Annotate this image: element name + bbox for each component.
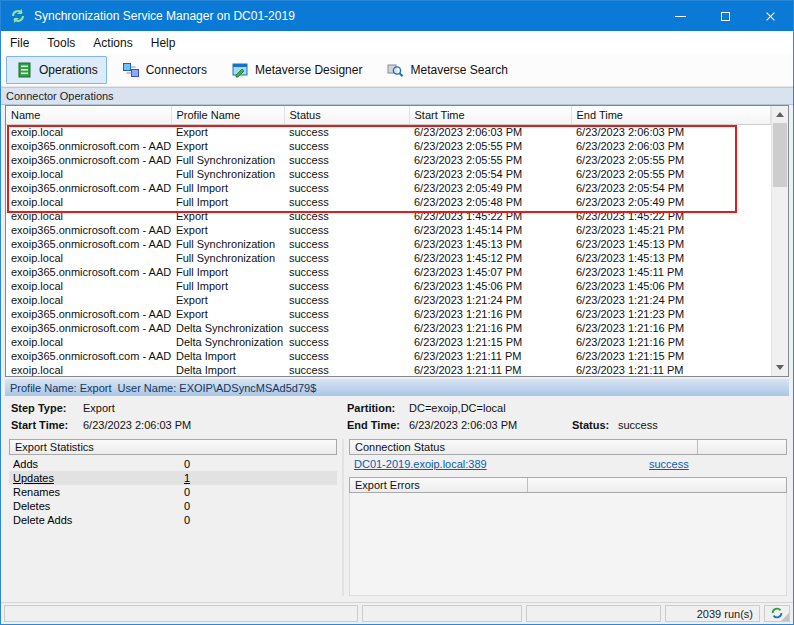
operation-cell: 6/23/2023 2:05:54 PM xyxy=(409,167,571,181)
column-header-start-time[interactable]: Start Time xyxy=(409,106,571,124)
operation-cell: success xyxy=(284,124,409,139)
scroll-up-icon xyxy=(776,112,784,117)
menu-item-tools[interactable]: Tools xyxy=(38,34,84,52)
scroll-track[interactable] xyxy=(772,187,788,359)
operation-cell: 6/23/2023 2:05:54 PM xyxy=(571,181,771,195)
menubar: File Tools Actions Help xyxy=(1,31,793,54)
connection-status-title: Connection Status xyxy=(350,440,698,454)
operation-row[interactable]: exoip365.onmicrosoft.com - AADFull Impor… xyxy=(6,265,771,279)
operation-row[interactable]: exoip365.onmicrosoft.com - AADFull Impor… xyxy=(6,181,771,195)
statusbar-panel-3 xyxy=(526,605,661,622)
maximize-button[interactable] xyxy=(703,1,748,31)
operation-cell: success xyxy=(284,223,409,237)
operations-rows: exoip.localExportsuccess6/23/2023 2:06:0… xyxy=(6,124,771,377)
window-title: Synchronization Service Manager on DC01-… xyxy=(34,9,658,23)
scroll-up-button[interactable] xyxy=(772,106,788,123)
operation-cell: 6/23/2023 1:45:06 PM xyxy=(571,279,771,293)
operation-cell: Full Synchronization xyxy=(171,153,284,167)
column-header-profile-name[interactable]: Profile Name xyxy=(171,106,284,124)
operation-row[interactable]: exoip365.onmicrosoft.com - AADFull Synch… xyxy=(6,153,771,167)
operation-row[interactable]: exoip.localExportsuccess6/23/2023 1:21:2… xyxy=(6,293,771,307)
operation-cell: success xyxy=(284,167,409,181)
export-errors-panel: Export Errors xyxy=(349,477,787,596)
connectors-icon xyxy=(122,61,140,79)
stat-row-link[interactable]: Updates1 xyxy=(9,471,337,485)
scroll-down-button[interactable] xyxy=(772,359,788,376)
operation-cell: Export xyxy=(171,307,284,321)
statusbar-icon-panel[interactable] xyxy=(764,605,790,622)
statusbar: 2039 run(s) xyxy=(1,602,793,624)
connector-operations-header: Connector Operations xyxy=(1,87,793,105)
operation-row[interactable]: exoip.localFull Synchronizationsuccess6/… xyxy=(6,167,771,181)
menu-item-help[interactable]: Help xyxy=(142,34,185,52)
close-button[interactable] xyxy=(748,1,793,31)
stat-label: Updates xyxy=(13,471,184,485)
export-statistics-rows: Adds0Updates1Renames0Deletes0Delete Adds… xyxy=(9,457,337,527)
scroll-thumb[interactable] xyxy=(773,123,787,187)
connection-result-link[interactable]: success xyxy=(649,458,689,470)
operation-row[interactable]: exoip.localDelta Importsuccess6/23/2023 … xyxy=(6,363,771,377)
operation-row[interactable]: exoip365.onmicrosoft.com - AADExportsucc… xyxy=(6,307,771,321)
operation-row[interactable]: exoip365.onmicrosoft.com - AADExportsucc… xyxy=(6,139,771,153)
operation-row[interactable]: exoip.localFull Importsuccess6/23/2023 2… xyxy=(6,195,771,209)
operation-row[interactable]: exoip365.onmicrosoft.com - AADExportsucc… xyxy=(6,223,771,237)
operation-cell: exoip.local xyxy=(6,167,171,181)
metaverse-search-button[interactable]: Metaverse Search xyxy=(377,56,516,84)
operation-row[interactable]: exoip.localDelta Synchronizationsuccess6… xyxy=(6,335,771,349)
operation-cell: 6/23/2023 2:05:48 PM xyxy=(409,195,571,209)
minimize-icon xyxy=(675,16,686,17)
column-header-status[interactable]: Status xyxy=(284,106,409,124)
grid-scrollbar[interactable] xyxy=(771,106,788,376)
connection-server-link[interactable]: DC01-2019.exoip.local:389 xyxy=(354,458,649,470)
stat-value: 0 xyxy=(184,499,190,513)
operation-cell: 6/23/2023 2:05:55 PM xyxy=(409,139,571,153)
statusbar-panel-1 xyxy=(4,605,358,622)
column-header-name[interactable]: Name xyxy=(6,106,171,124)
scroll-down-icon xyxy=(776,365,784,370)
operation-cell: 6/23/2023 1:21:11 PM xyxy=(409,363,571,377)
operation-row[interactable]: exoip365.onmicrosoft.com - AADDelta Impo… xyxy=(6,349,771,363)
operation-row[interactable]: exoip.localFull Importsuccess6/23/2023 1… xyxy=(6,279,771,293)
operation-cell: success xyxy=(284,363,409,377)
app-window: Synchronization Service Manager on DC01-… xyxy=(0,0,794,625)
stat-value: 0 xyxy=(184,457,190,471)
column-header-end-time[interactable]: End Time xyxy=(571,106,771,124)
minimize-button[interactable] xyxy=(658,1,703,31)
stat-value: 0 xyxy=(184,513,190,527)
operation-cell: 6/23/2023 1:45:13 PM xyxy=(571,251,771,265)
export-errors-header-spacer xyxy=(528,478,786,492)
operation-cell: Delta Synchronization xyxy=(171,321,284,335)
connection-status-header-spacer xyxy=(698,440,786,454)
operation-row[interactable]: exoip365.onmicrosoft.com - AADFull Synch… xyxy=(6,237,771,251)
operation-cell: exoip365.onmicrosoft.com - AAD xyxy=(6,237,171,251)
menu-item-actions[interactable]: Actions xyxy=(84,34,141,52)
operation-cell: exoip365.onmicrosoft.com - AAD xyxy=(6,181,171,195)
metaverse-search-label: Metaverse Search xyxy=(410,63,507,77)
titlebar: Synchronization Service Manager on DC01-… xyxy=(1,1,793,31)
operation-cell: 6/23/2023 1:45:14 PM xyxy=(409,223,571,237)
stat-label: Delete Adds xyxy=(13,513,184,527)
partition-label: Partition: xyxy=(347,402,409,414)
export-errors-header: Export Errors xyxy=(349,477,787,493)
operation-row[interactable]: exoip.localFull Synchronizationsuccess6/… xyxy=(6,251,771,265)
operation-cell: 6/23/2023 1:45:21 PM xyxy=(571,223,771,237)
details-panel: Step Type:Export Start Time:6/23/2023 2:… xyxy=(1,396,793,436)
operation-cell: exoip.local xyxy=(6,195,171,209)
metaverse-designer-button[interactable]: Metaverse Designer xyxy=(222,56,371,84)
operations-button[interactable]: Operations xyxy=(6,56,107,84)
lower-panels: Export Statistics Adds0Updates1Renames0D… xyxy=(1,436,793,602)
panel-splitter[interactable] xyxy=(342,439,344,596)
resize-grip[interactable] xyxy=(781,613,789,621)
operation-row[interactable]: exoip.localExportsuccess6/23/2023 2:06:0… xyxy=(6,124,771,139)
operation-cell: 6/23/2023 1:45:12 PM xyxy=(409,251,571,265)
operation-row[interactable]: exoip365.onmicrosoft.com - AADDelta Sync… xyxy=(6,321,771,335)
operation-cell: Full Import xyxy=(171,195,284,209)
operation-cell: 6/23/2023 1:45:13 PM xyxy=(409,237,571,251)
stat-label: Adds xyxy=(13,457,184,471)
operation-row[interactable]: exoip.localExportsuccess6/23/2023 1:45:2… xyxy=(6,209,771,223)
operation-cell: Full Synchronization xyxy=(171,251,284,265)
menu-item-file[interactable]: File xyxy=(1,34,38,52)
operation-cell: success xyxy=(284,321,409,335)
partition-value: DC=exoip,DC=local xyxy=(409,402,506,414)
connectors-button[interactable]: Connectors xyxy=(113,56,216,84)
